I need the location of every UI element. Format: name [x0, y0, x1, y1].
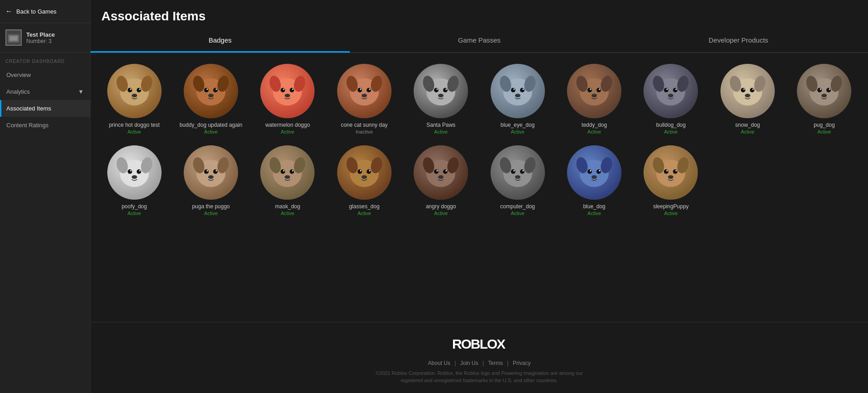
sidebar-item-analytics[interactable]: Analytics ▼: [0, 83, 90, 100]
tab-badges[interactable]: Badges: [91, 29, 350, 53]
sidebar-item-associated-items[interactable]: Associated Items: [0, 100, 90, 117]
svg-point-41: [369, 89, 370, 90]
svg-point-158: [511, 169, 515, 174]
badge-name: sleepingPuppy: [653, 203, 689, 210]
badge-item[interactable]: blue_eye_dogActive: [479, 58, 556, 140]
badge-item[interactable]: Santa PawsActive: [403, 58, 479, 140]
badge-status: Active: [204, 211, 218, 216]
svg-point-72: [591, 94, 597, 97]
badge-item[interactable]: sleepingPuppyActive: [633, 140, 709, 221]
svg-point-129: [290, 169, 294, 174]
terms-link[interactable]: Terms: [488, 360, 503, 366]
badge-image: [644, 64, 698, 118]
badge-item[interactable]: cone cat sunny dayInactive: [326, 58, 402, 140]
badge-status: Active: [741, 129, 754, 134]
svg-point-141: [369, 170, 370, 172]
badge-image: [337, 64, 391, 118]
svg-point-169: [596, 169, 601, 174]
svg-point-28: [281, 88, 285, 92]
creator-dashboard-label: CREATOR DASHBOARD: [0, 53, 90, 67]
svg-point-122: [208, 175, 214, 179]
svg-point-71: [599, 89, 601, 90]
svg-point-20: [207, 89, 208, 90]
sidebar-item-content-ratings[interactable]: Content Ratings: [0, 117, 90, 134]
svg-point-60: [513, 89, 515, 90]
badge-status: Active: [128, 129, 141, 134]
badge-status: Active: [587, 211, 601, 216]
join-us-link[interactable]: Join Us: [460, 360, 478, 366]
badge-item[interactable]: poofy_dogActive: [96, 140, 172, 221]
svg-point-120: [207, 170, 208, 172]
svg-point-69: [596, 88, 601, 92]
svg-point-52: [438, 94, 444, 97]
svg-point-68: [587, 88, 592, 92]
badge-item[interactable]: watermelon doggoActive: [249, 58, 326, 140]
analytics-chevron-icon: ▼: [78, 88, 84, 95]
svg-point-11: [139, 89, 140, 90]
associated-items-label: Associated Items: [6, 105, 51, 112]
page-title: Associated Items: [101, 9, 857, 24]
svg-point-151: [446, 170, 447, 172]
badge-image: [720, 64, 775, 118]
badge-item[interactable]: teddy_dogActive: [556, 58, 632, 140]
svg-point-118: [204, 169, 209, 174]
badge-item[interactable]: snow_dogActive: [709, 58, 786, 140]
svg-point-91: [752, 89, 754, 90]
badge-status: Active: [587, 129, 601, 134]
svg-point-181: [676, 170, 677, 172]
badge-status: Active: [434, 211, 448, 216]
badge-status: Active: [358, 211, 371, 216]
footer-copyright: ©2021 Roblox Corporation. Roblox, the Ro…: [366, 370, 592, 384]
badge-status: Active: [281, 211, 295, 216]
svg-point-111: [139, 170, 140, 172]
privacy-link[interactable]: Privacy: [513, 360, 530, 366]
svg-point-89: [750, 88, 754, 92]
game-number: Number: 3: [26, 38, 55, 44]
svg-point-92: [745, 94, 750, 97]
svg-point-19: [213, 88, 218, 92]
svg-point-22: [208, 94, 214, 97]
svg-point-39: [367, 88, 371, 92]
badge-status: Active: [511, 129, 525, 134]
svg-point-29: [290, 88, 294, 92]
badge-item[interactable]: angry doggoActive: [403, 140, 479, 221]
badge-item[interactable]: mask_dogActive: [249, 140, 326, 221]
badge-name: buddy_dog updated again: [180, 122, 243, 128]
badge-item[interactable]: blue_dogActive: [556, 140, 632, 221]
tabs-container: Badges Game Passes Developer Products: [91, 29, 868, 53]
badge-name: glasses_dog: [349, 203, 379, 210]
tab-developer-products[interactable]: Developer Products: [609, 29, 868, 53]
badge-status: Active: [128, 211, 141, 216]
badge-item[interactable]: computer_dogActive: [479, 140, 556, 221]
badge-item[interactable]: glasses_dogActive: [326, 140, 402, 221]
badge-item[interactable]: prince hot doggo testActive: [96, 58, 172, 140]
badge-image: [184, 64, 238, 118]
badge-status: Inactive: [356, 129, 373, 134]
badge-item[interactable]: pug_dogActive: [786, 58, 863, 140]
sidebar-item-overview[interactable]: Overview: [0, 67, 90, 83]
game-info: Test Place Number: 3: [0, 23, 90, 53]
svg-point-79: [673, 88, 677, 92]
svg-point-78: [664, 88, 668, 92]
svg-point-70: [590, 89, 591, 90]
svg-point-172: [591, 175, 597, 179]
badge-item[interactable]: puga the puggoActive: [172, 140, 249, 221]
svg-point-31: [292, 89, 294, 90]
svg-point-50: [437, 89, 438, 90]
badge-item[interactable]: bulldog_dogActive: [633, 58, 709, 140]
badge-name: blue_eye_dog: [501, 122, 534, 128]
svg-point-82: [668, 94, 673, 97]
svg-point-90: [743, 89, 744, 90]
sidebar: ← Back to Games Test Place Number: 3 CRE…: [0, 0, 91, 393]
badge-name: Santa Paws: [426, 122, 455, 128]
svg-point-162: [515, 175, 520, 179]
about-us-link[interactable]: About Us: [428, 360, 450, 366]
back-to-games-link[interactable]: ← Back to Games: [0, 0, 90, 23]
svg-point-128: [281, 169, 285, 174]
badge-name: watermelon doggo: [265, 122, 310, 128]
svg-point-109: [137, 169, 141, 174]
game-details: Test Place Number: 3: [26, 31, 55, 44]
badge-item[interactable]: buddy_dog updated againActive: [172, 58, 249, 140]
svg-point-101: [829, 89, 830, 90]
tab-game-passes[interactable]: Game Passes: [350, 29, 609, 53]
